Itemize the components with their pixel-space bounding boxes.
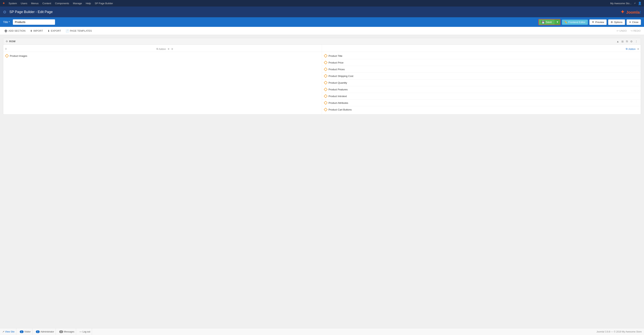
product-cart-buttons-hide-btn[interactable]: 👁: [630, 108, 634, 111]
product-title-delete-btn[interactable]: 🗑: [635, 54, 638, 58]
product-quantity-edit-btn[interactable]: ✏: [623, 81, 626, 84]
product-price-delete-btn[interactable]: 🗑: [635, 61, 638, 64]
product-shipping-cost-label: Product Shipping Cost: [328, 75, 621, 78]
product-title-icon: [324, 54, 328, 58]
nav-users[interactable]: Users: [19, 0, 29, 7]
row-more-button[interactable]: ⋮: [634, 40, 638, 43]
nav-content[interactable]: Content: [41, 0, 53, 7]
right-column: ⧉ Addon ✕ Product Title ✏ ⧉: [322, 45, 641, 114]
store-name[interactable]: My Awesome Sto...: [610, 2, 632, 5]
import-button[interactable]: ⬆ IMPORT: [28, 29, 45, 33]
nav-system[interactable]: System: [7, 0, 18, 7]
preview-button[interactable]: 👁 Preview: [590, 19, 606, 25]
product-images-delete-btn[interactable]: 🗑: [316, 54, 320, 58]
row-header-left: ✛ ROW: [6, 40, 16, 43]
left-col-drag-handle[interactable]: ✛: [5, 47, 7, 51]
product-shipping-cost-hide-btn[interactable]: 👁: [630, 75, 634, 78]
product-prices-delete-btn[interactable]: 🗑: [635, 68, 638, 71]
product-cart-buttons-copy-btn[interactable]: ⧉: [627, 108, 630, 111]
row-collapse-button[interactable]: ▲: [616, 40, 620, 43]
product-introtext-copy-btn[interactable]: ⧉: [627, 94, 630, 98]
product-quantity-copy-btn[interactable]: ⧉: [627, 81, 630, 84]
import-icon: ⬆: [30, 29, 32, 33]
product-features-delete-btn[interactable]: 🗑: [635, 88, 638, 91]
product-shipping-cost-copy-btn[interactable]: ⧉: [627, 74, 630, 78]
product-prices-edit-btn[interactable]: ✏: [623, 68, 626, 71]
product-images-copy-btn[interactable]: ⧉: [308, 54, 311, 58]
product-attributes-copy-btn[interactable]: ⧉: [627, 101, 630, 105]
row-settings-button[interactable]: ⚙: [630, 40, 634, 43]
product-attributes-delete-btn[interactable]: 🗑: [635, 101, 638, 105]
product-prices-copy-btn[interactable]: ⧉: [627, 68, 630, 71]
nav-help[interactable]: Help: [84, 0, 92, 7]
row-copy-button[interactable]: ⧉: [625, 39, 629, 43]
product-title-edit-btn[interactable]: ✏: [623, 54, 626, 58]
right-col-close-button[interactable]: ✕: [637, 48, 639, 51]
product-cart-buttons-icon: [324, 108, 328, 112]
title-bar: Title * 💾 Save ▼ ✏️ Frontend Editor 👁 Pr…: [0, 17, 644, 27]
nav-components[interactable]: Components: [54, 0, 71, 7]
product-title-label: Product Title: [328, 55, 621, 57]
redo-button[interactable]: ↪ REDO: [630, 29, 642, 33]
product-title-copy-btn[interactable]: ⧉: [627, 54, 630, 58]
save-dropdown-button[interactable]: ▼: [554, 19, 560, 25]
close-button[interactable]: ✕ Close: [626, 19, 641, 25]
product-features-hide-btn[interactable]: 👁: [630, 88, 634, 91]
product-cart-buttons-label: Product Cart Buttons: [328, 108, 621, 111]
product-quantity-label: Product Quantity: [328, 81, 621, 84]
product-images-hide-btn[interactable]: 👁: [312, 54, 315, 58]
product-shipping-cost-edit-btn[interactable]: ✏: [623, 75, 626, 78]
product-features-copy-btn[interactable]: ⧉: [627, 88, 630, 91]
right-col-addon-button[interactable]: ⧉ Addon: [626, 47, 636, 51]
status-bar-right: Joomla! 3.9.8 — © 2019 My Awesome Store: [596, 330, 642, 332]
product-attributes-hide-btn[interactable]: 👁: [630, 101, 634, 105]
product-shipping-cost-delete-btn[interactable]: 🗑: [635, 75, 638, 78]
product-cart-buttons-delete-btn[interactable]: 🗑: [635, 108, 638, 111]
product-title-hide-btn[interactable]: 👁: [630, 54, 634, 58]
row-layout-button[interactable]: ⊞: [620, 40, 624, 43]
columns-container: ✛ ⧉ Addon ✕ ✛: [3, 45, 641, 114]
product-features-edit-btn[interactable]: ✏: [623, 88, 626, 91]
logout-link[interactable]: Log out: [82, 330, 90, 332]
title-input[interactable]: [13, 19, 55, 25]
row-drag-icon[interactable]: ✛: [6, 40, 8, 43]
product-images-edit-btn[interactable]: ✏: [304, 54, 307, 58]
product-attributes-edit-btn[interactable]: ✏: [623, 101, 626, 105]
product-cart-buttons-edit-btn[interactable]: ✏: [623, 108, 626, 111]
logout-item: — Log out: [78, 328, 92, 332]
product-introtext-delete-btn[interactable]: 🗑: [635, 95, 638, 98]
save-button[interactable]: 💾 Save: [539, 19, 554, 25]
product-price-edit-btn[interactable]: ✏: [623, 61, 626, 64]
product-price-hide-btn[interactable]: 👁: [630, 61, 634, 64]
user-icon[interactable]: 👤: [638, 2, 642, 5]
left-col-move-button[interactable]: ✛: [171, 48, 173, 51]
product-quantity-hide-btn[interactable]: 👁: [630, 81, 634, 84]
nav-menus[interactable]: Menus: [30, 0, 40, 7]
undo-button[interactable]: ↩ UNDO: [616, 29, 628, 33]
add-section-button[interactable]: ➕ ADD SECTION: [2, 29, 28, 33]
top-nav-right: My Awesome Sto... ↗ 👤: [610, 2, 642, 5]
export-button[interactable]: ⬇ EXPORT: [46, 29, 63, 33]
left-col-resize-button[interactable]: ✕: [168, 48, 170, 51]
top-navigation: ✦ System Users Menus Content Components …: [0, 0, 644, 7]
toolbar: ➕ ADD SECTION ⬆ IMPORT ⬇ EXPORT 📄 PAGE T…: [0, 27, 644, 35]
product-introtext-hide-btn[interactable]: 👁: [630, 95, 634, 98]
product-quantity-delete-btn[interactable]: 🗑: [635, 81, 638, 84]
admin-label: Administrator: [40, 330, 54, 332]
nav-sp-page-builder[interactable]: SP Page Builder: [93, 0, 114, 7]
page-templates-button[interactable]: 📄 PAGE TEMPLATES: [64, 29, 94, 33]
product-price-copy-btn[interactable]: ⧉: [627, 61, 630, 64]
product-introtext-icon: [324, 94, 328, 98]
left-col-addon-button[interactable]: ⧉ Addon: [156, 47, 166, 51]
product-introtext-edit-btn[interactable]: ✏: [623, 95, 626, 98]
right-column-toolbar: ⧉ Addon ✕: [322, 46, 641, 52]
view-site-link[interactable]: View Site: [5, 330, 14, 332]
product-prices-hide-btn[interactable]: 👁: [630, 68, 634, 71]
nav-manage[interactable]: Manage: [72, 0, 84, 7]
product-prices-icon: [324, 67, 328, 71]
view-site-item: ↗ View Site: [2, 328, 16, 332]
frontend-editor-button[interactable]: ✏️ Frontend Editor: [562, 20, 588, 25]
product-introtext-label: Product Introtext: [328, 95, 621, 98]
options-button[interactable]: ⚙ Options: [608, 19, 625, 25]
addon-product-shipping-cost: Product Shipping Cost ✏ ⧉ 👁 🗑: [322, 73, 641, 79]
